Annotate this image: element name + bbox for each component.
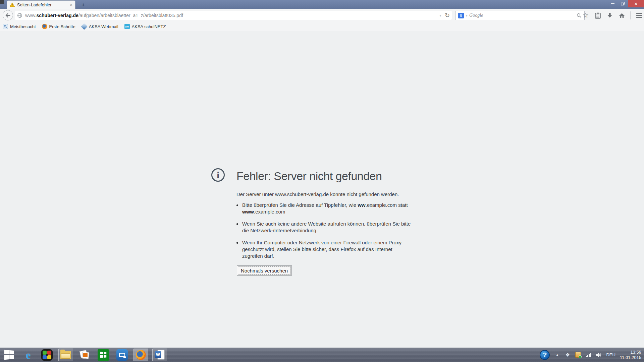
tab-close-icon[interactable]: × [70, 2, 72, 7]
taskbar-windows-store[interactable] [96, 349, 111, 361]
file-explorer-icon [60, 351, 71, 359]
webmail-gem-icon [82, 24, 87, 29]
url-bar[interactable]: www.schubert-verlag.de/aufgaben/arbeitsb… [15, 11, 452, 20]
bookmark-aksa-webmail[interactable]: AKSA Webmail [82, 24, 118, 29]
taskbar-puzzle-app[interactable] [40, 349, 54, 361]
tray-date: 11.01.2015 [620, 355, 641, 360]
taskbar-internet-explorer[interactable]: e [21, 349, 36, 361]
bookmark-erste-schritte[interactable]: Erste Schritte [42, 24, 75, 29]
volume-icon[interactable] [596, 352, 602, 358]
toolbar-icons: ☆ [582, 11, 643, 20]
taskbar: e [0, 348, 644, 362]
retry-button[interactable]: Nochmals versuchen [237, 265, 292, 276]
bullet1-text: .example.com statt [366, 202, 408, 208]
internet-explorer-icon: e [26, 350, 31, 360]
remote-desktop-icon [116, 349, 128, 361]
globe-icon [17, 13, 22, 18]
bullet3-line1: Wenn Ihr Computer oder Netzwerk von eine… [242, 239, 401, 246]
engine-dropdown-icon[interactable]: ▾ [466, 13, 468, 18]
url-path: /aufgaben/arbeitsblaetter_a1_z/arbeitsbl… [78, 13, 183, 18]
taskbar-photos[interactable] [77, 349, 92, 361]
bullet-dot [236, 242, 238, 244]
info-icon: i [211, 168, 225, 182]
windows-logo-icon [4, 350, 14, 360]
home-icon[interactable] [618, 11, 626, 19]
close-button[interactable]: ✕ [628, 0, 644, 7]
most-visited-icon [3, 24, 8, 29]
warning-icon [10, 2, 15, 7]
update-status-icon[interactable] [575, 352, 581, 358]
new-tab-button[interactable]: + [78, 1, 88, 9]
bookmark-star-icon[interactable]: ☆ [582, 11, 589, 19]
restore-icon [621, 2, 625, 6]
bookmark-label: Meistbesucht [10, 24, 36, 29]
bookmark-label: Erste Schritte [49, 24, 75, 29]
google-engine-icon[interactable]: 8 [458, 13, 464, 18]
url-dropdown-icon[interactable]: ▾ [439, 13, 441, 18]
puzzle-app-icon [41, 349, 53, 361]
error-suggestion-list: Bitte überprüfen Sie die Adresse auf Tip… [236, 202, 414, 265]
bookmark-label: AKSA schulNETZ [132, 24, 166, 29]
dropbox-icon[interactable]: ❖ [565, 352, 571, 358]
close-icon: ✕ [634, 1, 638, 6]
window-corner-chip [0, 0, 4, 4]
list-item: Wenn Sie auch keine andere Website aufru… [236, 221, 414, 234]
schulnetz-icon: sn [124, 24, 130, 29]
bullet-dot [236, 204, 238, 206]
navigation-toolbar: www.schubert-verlag.de/aufgaben/arbeitsb… [0, 9, 644, 22]
back-button[interactable] [3, 10, 13, 20]
taskbar-word[interactable]: W [152, 349, 167, 361]
start-button[interactable] [2, 349, 17, 361]
taskbar-firefox[interactable] [133, 349, 148, 361]
tab-title: Seiten-Ladefehler [17, 2, 67, 7]
language-indicator[interactable]: DEU [606, 352, 615, 357]
minimize-button[interactable] [608, 0, 618, 7]
restore-button[interactable] [618, 0, 628, 7]
list-item: Wenn Ihr Computer oder Netzwerk von eine… [236, 239, 414, 259]
taskbar-remote-desktop[interactable] [115, 349, 129, 361]
toolbar-separator [630, 11, 631, 19]
bookmarks-toolbar: Meistbesucht Erste Schritte AKSA Webmail… [0, 22, 644, 31]
bullet-dot [236, 223, 238, 225]
bullet1-text: .example.com [254, 209, 285, 215]
menu-icon[interactable] [635, 11, 643, 19]
photos-icon [79, 350, 90, 360]
browser-tab-active[interactable]: Seiten-Ladefehler × [7, 0, 75, 9]
error-title: Fehler: Server nicht gefunden [236, 170, 382, 183]
firefox-icon [42, 24, 47, 29]
bullet2-line1: Wenn Sie auch keine andere Website aufru… [242, 221, 411, 227]
bullet2-line2: die Netzwerk-/Internetverbindung. [242, 227, 411, 234]
network-signal-icon[interactable] [585, 353, 591, 357]
bookmark-label: AKSA Webmail [89, 24, 118, 29]
search-input[interactable]: Google [469, 13, 575, 18]
url-prefix: www. [25, 13, 36, 18]
firefox-icon [136, 350, 146, 360]
tray-time: 13:59 [620, 350, 641, 355]
bullet1-bold-www: www [242, 209, 254, 215]
url-text[interactable]: www.schubert-verlag.de/aufgaben/arbeitsb… [25, 13, 439, 18]
show-hidden-icons[interactable]: ▲ [554, 352, 560, 358]
error-description: Der Server unter www.schubert-verlag.de … [236, 191, 399, 197]
list-item: Bitte überprüfen Sie die Adresse auf Tip… [236, 202, 414, 215]
back-arrow-icon [5, 13, 11, 18]
bookmarks-menu-icon[interactable] [594, 11, 601, 19]
word-icon: W [155, 350, 165, 360]
search-bar[interactable]: 8 ▾ Google [455, 11, 585, 20]
url-domain: schubert-verlag.de [36, 13, 78, 18]
search-icon[interactable] [577, 13, 582, 18]
bullet3-line2: geschützt wird, stellen Sie bitte sicher… [242, 246, 401, 253]
bookmark-meistbesucht[interactable]: Meistbesucht [3, 24, 36, 29]
help-tray-icon[interactable]: ? [540, 350, 550, 360]
window-controls: ✕ [608, 0, 644, 7]
taskbar-file-explorer[interactable] [58, 349, 73, 361]
clock[interactable]: 13:59 11.01.2015 [620, 350, 641, 360]
windows-store-icon [98, 349, 109, 361]
downloads-icon[interactable] [606, 11, 613, 19]
window-titlebar: Seiten-Ladefehler × + ✕ [0, 0, 644, 9]
bullet3-line3: zugreifen darf. [242, 253, 401, 259]
minimize-icon [611, 3, 614, 4]
bookmark-aksa-schulnetz[interactable]: sn AKSA schulNETZ [124, 24, 166, 29]
page-content: i Fehler: Server nicht gefunden Der Serv… [0, 32, 644, 348]
bullet1-bold-ww: ww [358, 202, 365, 208]
reload-icon[interactable]: ↻ [445, 13, 450, 18]
